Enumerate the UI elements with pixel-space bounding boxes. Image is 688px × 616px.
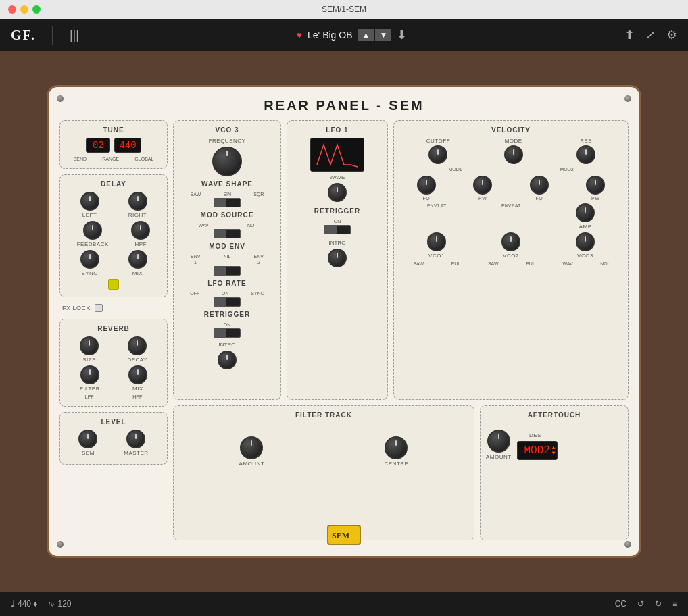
vco3-retrigger-label: RETRIGGER xyxy=(179,311,275,318)
preset-name: Le' Big OB xyxy=(308,30,353,41)
favorite-icon[interactable]: ♥ xyxy=(297,30,302,41)
filter-track-amount-knob[interactable] xyxy=(240,436,263,459)
vel-env2at-label: ENV2 AT xyxy=(501,203,520,230)
vel-pw1-label: PW xyxy=(478,196,487,201)
vco3-freq-knob[interactable] xyxy=(212,147,242,176)
vco3-intro-knob[interactable] xyxy=(218,351,237,369)
bend-label: BEND xyxy=(74,157,87,161)
vel-pw2-knob[interactable] xyxy=(586,176,605,195)
level-sem-knob[interactable] xyxy=(78,430,97,448)
vco3-mod-wav: WAV xyxy=(199,223,209,228)
vel-noi-label: NOI xyxy=(600,261,608,266)
vel-amp-knob[interactable] xyxy=(576,203,595,222)
lfo1-wave-display xyxy=(310,138,364,172)
reverb-title: REVERB xyxy=(66,325,162,332)
aftertouch-dest-value: MOD2 xyxy=(524,444,549,457)
vel-vco1-knob[interactable] xyxy=(427,232,446,251)
cc-label[interactable]: CC xyxy=(615,599,626,609)
maximize-button[interactable] xyxy=(32,5,41,14)
vel-res-label: RES xyxy=(580,138,592,144)
delay-left-knob[interactable] xyxy=(80,192,99,211)
vco3-retrigger-switch[interactable] xyxy=(214,328,241,338)
export-icon[interactable]: ⬆ xyxy=(624,28,635,43)
delay-feedback-group: FEEDBACK xyxy=(77,221,109,247)
vco3-mod-env-label: MOD ENV xyxy=(179,242,275,250)
vel-res-knob[interactable] xyxy=(576,145,595,164)
close-button[interactable] xyxy=(8,5,16,14)
vco3-mod-source-label: MOD SOURCE xyxy=(179,211,275,219)
window-title: SEM/1-SEM xyxy=(322,5,366,14)
vco3-wave-switch[interactable] xyxy=(214,198,241,207)
aftertouch-dest-display: MOD2 ▲ ▼ xyxy=(517,441,558,460)
delay-right-knob[interactable] xyxy=(128,192,147,211)
lfo1-retrigger-label: RETRIGGER xyxy=(293,207,382,215)
vel-pul2-label: PUL xyxy=(526,261,535,266)
aftertouch-amount-knob[interactable] xyxy=(487,430,510,453)
fx-lock-checkbox[interactable] xyxy=(95,304,103,312)
dest-arrows[interactable]: ▲ ▼ xyxy=(552,445,556,456)
delay-hpf-knob[interactable] xyxy=(131,221,150,240)
tune-section: TUNE 02 440 BEND RANGE GLOBAL xyxy=(59,120,168,169)
fx-lock-row: FX LOCK xyxy=(59,303,168,313)
delay-sync-knob[interactable] xyxy=(80,250,99,269)
lfo1-wave-knob[interactable] xyxy=(328,183,347,202)
download-icon[interactable]: ⬇ xyxy=(397,28,407,43)
minimize-button[interactable] xyxy=(20,5,28,14)
vco3-saw-label: SAW xyxy=(191,192,201,197)
lfo1-retrigger-switch[interactable] xyxy=(324,225,351,234)
preset-down-button[interactable]: ▼ xyxy=(375,29,391,41)
browser-icon[interactable]: ||| xyxy=(70,28,79,43)
reverb-decay-knob[interactable] xyxy=(128,336,147,355)
screw-tl xyxy=(57,95,64,102)
reverb-mix-knob[interactable] xyxy=(128,365,147,384)
tempo-display: ∿ 120 xyxy=(48,599,71,609)
vel-fq1-label: FQ xyxy=(422,196,430,201)
bottom-right: CC ↺ ↻ ≡ xyxy=(615,599,677,609)
vel-pw1-knob[interactable] xyxy=(473,176,492,195)
vel-wav-label: WAV xyxy=(562,261,572,266)
preset-up-button[interactable]: ▲ xyxy=(358,29,374,41)
reverb-size-knob[interactable] xyxy=(80,336,99,355)
lfo1-title: LFO 1 xyxy=(293,126,382,134)
traffic-lights xyxy=(8,5,41,14)
aftertouch-amount-label: AMOUNT xyxy=(486,454,512,460)
vco3-lfo-sync: SYNC xyxy=(251,291,264,296)
vel-cutoff-knob[interactable] xyxy=(428,145,447,164)
vel-fq1-knob[interactable] xyxy=(417,176,436,195)
menu-icon[interactable]: ≡ xyxy=(672,599,677,609)
vco3-mod-env-switch[interactable] xyxy=(214,266,241,276)
vco3-intro-label: INTRO xyxy=(179,342,275,348)
lfo1-intro-knob[interactable] xyxy=(328,249,347,267)
vco3-mod-source-switch[interactable] xyxy=(214,229,241,238)
delay-mix-knob[interactable] xyxy=(128,250,147,269)
delay-right-group: RIGHT xyxy=(128,192,147,218)
filter-track-centre-knob[interactable] xyxy=(385,436,408,459)
vco3-nil: NIL xyxy=(224,254,231,259)
tune-icon: ♩ xyxy=(11,599,15,609)
reverb-filter-knob[interactable] xyxy=(80,365,99,384)
delay-feedback-knob[interactable] xyxy=(83,221,102,240)
undo-icon[interactable]: ↺ xyxy=(637,599,644,609)
delay-hpf-label: HPF xyxy=(135,241,147,247)
reverb-filter-label: FILTER xyxy=(80,386,100,392)
reverb-filter-group: FILTER xyxy=(80,365,100,392)
lfo1-section: LFO 1 WAVE RETRIGGER ON xyxy=(287,120,388,400)
vco3-sin-label: SIN xyxy=(223,192,231,197)
toolbar: GF. ||| ♥ Le' Big OB ▲ ▼ ⬇ ⬆ ⤢ ⚙ xyxy=(0,19,688,51)
vel-vco3-knob[interactable] xyxy=(576,232,595,251)
vel-mode-knob[interactable] xyxy=(504,145,523,164)
toolbar-divider xyxy=(52,26,53,45)
reverb-lpf-label: LPF xyxy=(85,394,94,399)
vel-fq2-knob[interactable] xyxy=(530,176,549,195)
vel-mod1-label: MOD1 xyxy=(448,167,462,172)
reverb-decay-label: DECAY xyxy=(127,357,147,363)
vel-vco2-knob[interactable] xyxy=(501,232,520,251)
vco3-lfo-rate-switch[interactable] xyxy=(214,297,241,307)
reverb-decay-group: DECAY xyxy=(127,336,147,363)
vel-pw2-label: PW xyxy=(591,196,599,201)
redo-icon[interactable]: ↻ xyxy=(655,599,662,609)
lfo1-retrigger-on: ON xyxy=(334,219,341,224)
expand-icon[interactable]: ⤢ xyxy=(645,28,656,43)
level-master-knob[interactable] xyxy=(126,430,145,448)
settings-icon[interactable]: ⚙ xyxy=(666,28,677,43)
